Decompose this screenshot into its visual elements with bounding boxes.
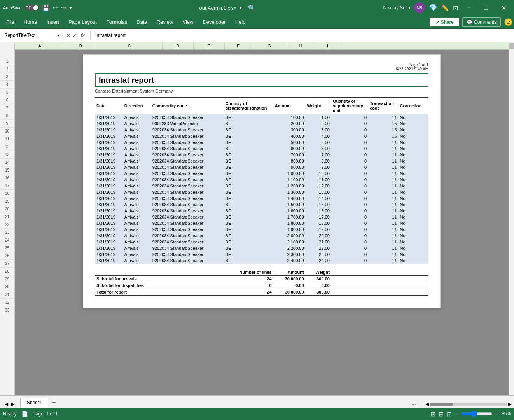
page-break-view-icon[interactable]: ⊡ — [447, 410, 452, 418]
confirm-formula-icon[interactable]: ✓ — [72, 32, 77, 38]
share-button[interactable]: ↗ Share — [430, 18, 459, 26]
row-header-26: 26 — [0, 252, 14, 260]
row-header-10: 10 — [0, 128, 14, 135]
hscroll-right-icon[interactable]: ▶ — [507, 401, 512, 408]
menu-help[interactable]: Help — [231, 18, 250, 26]
cell-date: 1/31/2019 — [95, 183, 123, 189]
zoom-slider[interactable] — [461, 411, 492, 417]
title-bar: AutoSave Off 💾 ↩ ↪ ▾ out.Admin.1.xlsx ▾ … — [0, 0, 514, 16]
col-header-b[interactable]: B — [65, 42, 96, 49]
col-header-f[interactable]: F — [225, 42, 252, 49]
cell-date: 1/31/2019 — [95, 133, 123, 139]
table-row: 1/31/2019 Arrivals 9202034 StandardSpeak… — [95, 189, 428, 195]
col-header-a[interactable]: A — [15, 42, 65, 49]
col-header-e[interactable]: E — [194, 42, 225, 49]
tab-options-icon[interactable]: ⋯ — [411, 402, 416, 408]
autosave-toggle[interactable]: Off — [25, 5, 39, 11]
search-icon[interactable]: 🔍 — [248, 4, 256, 12]
restore-icon[interactable]: ⊡ — [453, 4, 458, 12]
cell-date: 1/31/2019 — [95, 139, 123, 145]
row-header-4: 4 — [0, 81, 14, 89]
cell-amount: 200.00 — [273, 121, 306, 127]
cancel-formula-icon[interactable]: ✕ — [66, 32, 71, 38]
emoji-icon[interactable]: 🙂 — [504, 18, 512, 26]
status-bar: Ready 📄 Page: 1 of 1 ⊞ ⊟ ⊡ − + 85% — [0, 408, 514, 420]
cell-qty: 0 — [331, 251, 368, 257]
col-header-h[interactable]: H — [287, 42, 314, 49]
close-button[interactable]: ✕ — [497, 0, 511, 16]
cell-date: 1/31/2019 — [95, 239, 123, 245]
file-dropdown-icon[interactable]: ▾ — [240, 5, 242, 10]
formula-input[interactable] — [94, 32, 512, 39]
cell-qty: 0 — [331, 220, 368, 226]
hscroll-left-icon[interactable]: ◀ — [425, 401, 430, 408]
more-icon[interactable]: ▾ — [69, 5, 72, 11]
menu-page-layout[interactable]: Page Layout — [64, 18, 101, 26]
th-correction: Correction — [399, 98, 428, 114]
normal-view-icon[interactable]: ⊞ — [430, 410, 435, 418]
page-info: Page 1 of 1 8/23/2021 9:49 AM — [95, 63, 428, 71]
name-box[interactable] — [2, 31, 56, 40]
menu-file[interactable]: File — [2, 18, 19, 26]
table-row: 1/31/2019 Arrivals 9202034 StandardSpeak… — [95, 183, 428, 189]
sheet-tab-sheet1[interactable]: Sheet1 — [20, 398, 48, 408]
cell-country: BE — [224, 152, 273, 158]
cell-qty: 0 — [331, 226, 368, 233]
cell-direction: Arrivals — [123, 164, 151, 170]
th-date: Date — [95, 98, 123, 114]
add-sheet-button[interactable]: + — [49, 397, 59, 408]
cell-commodity: 9202034 StandardSpeaker — [151, 214, 224, 220]
cell-qty: 0 — [331, 164, 368, 170]
menu-developer[interactable]: Developer — [198, 18, 230, 26]
subtotal-arrivals-amount: 30,000.00 — [273, 276, 306, 282]
zoom-minus-icon[interactable]: − — [455, 411, 458, 417]
cell-country: BE — [224, 158, 273, 164]
th-qty: Quantity of supplementary unit — [331, 98, 368, 114]
menu-view[interactable]: View — [178, 18, 198, 26]
cell-trans: 11 — [368, 257, 398, 264]
col-header-g[interactable]: G — [252, 42, 287, 49]
col-header-d[interactable]: D — [163, 42, 194, 49]
subtotal-dispatches-weight: 0.00 — [306, 282, 331, 289]
cell-date: 1/31/2019 — [95, 164, 123, 170]
zoom-plus-icon[interactable]: + — [495, 411, 498, 417]
gem-icon[interactable]: 💎 — [429, 4, 437, 12]
vertical-scrollbar[interactable] — [509, 42, 514, 395]
menu-insert[interactable]: Insert — [42, 18, 64, 26]
redo-icon[interactable]: ↪ — [61, 4, 66, 11]
tab-next-icon[interactable]: ▶ — [10, 401, 16, 408]
title-bar-left: AutoSave Off 💾 ↩ ↪ ▾ — [3, 4, 72, 12]
maximize-button[interactable]: □ — [479, 0, 493, 16]
user-avatar[interactable]: NS — [414, 2, 425, 13]
row-header-23: 23 — [0, 229, 14, 236]
col-header-c[interactable]: C — [96, 42, 163, 49]
menu-formulas[interactable]: Formulas — [101, 18, 132, 26]
table-row: 1/31/2019 Arrivals 9202034 StandardSpeak… — [95, 239, 428, 245]
save-icon[interactable]: 💾 — [42, 4, 50, 12]
cell-amount: 700.00 — [273, 152, 306, 158]
col-header-i[interactable]: I — [314, 42, 341, 49]
menu-home[interactable]: Home — [19, 18, 42, 26]
menu-review[interactable]: Review — [152, 18, 178, 26]
cell-correction: No — [399, 121, 428, 127]
row-header-17: 17 — [0, 182, 14, 190]
minimize-button[interactable]: ─ — [462, 0, 476, 16]
name-box-dropdown[interactable]: ▾ — [58, 33, 59, 37]
status-page-icon[interactable]: 📄 — [21, 411, 28, 417]
tab-bar-right: ⋯ — [59, 402, 424, 408]
comments-button[interactable]: 💬 Comments — [462, 18, 501, 27]
cell-date: 1/31/2019 — [95, 114, 123, 121]
cell-commodity: 9202034 StandardSpeaker — [151, 251, 224, 257]
cell-weight: 20.00 — [306, 233, 331, 239]
pen-icon[interactable]: ✏️ — [441, 4, 449, 12]
cell-trans: 11 — [368, 170, 398, 177]
tab-prev-icon[interactable]: ◀ — [3, 401, 10, 408]
menu-data[interactable]: Data — [132, 18, 152, 26]
cell-correction: No — [399, 233, 428, 239]
menu-bar: File Home Insert Page Layout Formulas Da… — [0, 16, 514, 29]
scroll-area[interactable]: A B C D E F G H I Page 1 of 1 8/23/2021 … — [15, 42, 509, 395]
page-layout-view-icon[interactable]: ⊟ — [439, 410, 444, 418]
undo-icon[interactable]: ↩ — [53, 4, 58, 11]
hscroll-track[interactable] — [430, 402, 507, 406]
cell-correction: No — [399, 226, 428, 233]
